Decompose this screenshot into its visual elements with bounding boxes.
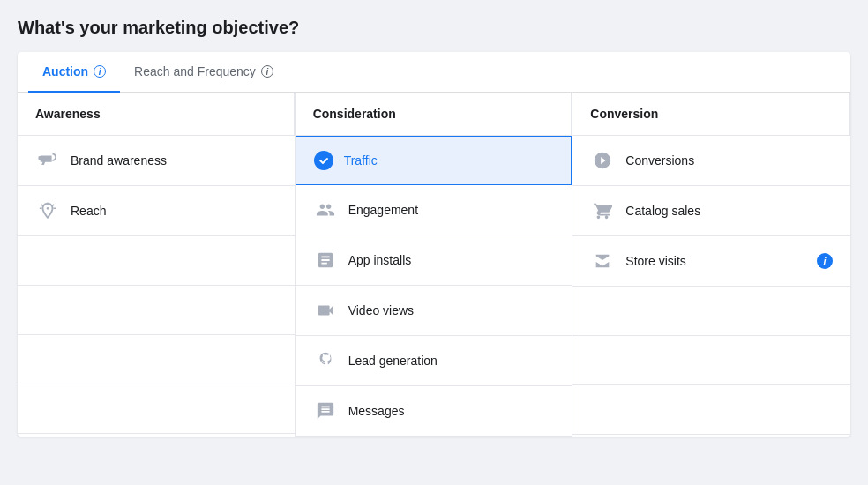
megaphone-icon	[35, 148, 60, 173]
col-consideration-header: Consideration	[296, 93, 572, 136]
awareness-empty-2	[18, 286, 295, 335]
item-messages[interactable]: Messages	[296, 386, 572, 436]
conversion-empty-2	[572, 336, 850, 385]
svg-line-4	[52, 205, 54, 206]
tab-auction-info-icon: i	[94, 65, 106, 78]
item-catalog-sales-label: Catalog sales	[625, 204, 700, 218]
conversions-icon	[590, 148, 615, 173]
tab-auction[interactable]: Auction i	[28, 52, 120, 93]
item-video-views[interactable]: Video views	[296, 286, 572, 336]
tab-bar: Auction i Reach and Frequency i	[18, 52, 850, 93]
tab-reach-frequency-info-icon: i	[261, 65, 273, 78]
col-awareness-header: Awareness	[18, 93, 295, 136]
video-views-icon	[313, 298, 338, 323]
lead-generation-icon	[313, 348, 338, 373]
awareness-empty-3	[18, 335, 295, 384]
item-app-installs-label: App installs	[348, 253, 412, 267]
item-conversions-label: Conversions	[625, 153, 694, 168]
page-container: What's your marketing objective? Auction…	[18, 18, 850, 436]
tab-reach-frequency-label: Reach and Frequency	[134, 64, 256, 78]
item-app-installs[interactable]: App installs	[296, 235, 572, 286]
page-title: What's your marketing objective?	[18, 18, 850, 38]
reach-icon	[35, 198, 60, 223]
item-reach-label: Reach	[71, 204, 106, 218]
item-traffic[interactable]: Traffic	[296, 136, 572, 185]
conversion-empty-3	[572, 385, 850, 435]
awareness-empty-1	[18, 236, 295, 286]
item-store-visits[interactable]: Store visits i	[572, 236, 850, 287]
traffic-check-icon	[314, 151, 333, 170]
tab-reach-frequency[interactable]: Reach and Frequency i	[120, 52, 288, 93]
item-engagement-label: Engagement	[348, 203, 418, 217]
col-awareness: Awareness Brand awareness	[18, 93, 296, 436]
main-card: Auction i Reach and Frequency i Awarenes…	[18, 52, 850, 436]
awareness-empty-4	[18, 384, 295, 434]
catalog-sales-icon	[590, 198, 615, 223]
item-conversions[interactable]: Conversions	[572, 136, 850, 186]
item-video-views-label: Video views	[348, 303, 414, 317]
item-reach[interactable]: Reach	[18, 186, 295, 236]
item-traffic-label: Traffic	[344, 153, 378, 168]
item-engagement[interactable]: Engagement	[296, 185, 572, 235]
store-visits-icon	[590, 249, 615, 273]
store-visits-info-badge[interactable]: i	[817, 253, 833, 269]
item-brand-awareness[interactable]: Brand awareness	[18, 136, 295, 186]
item-brand-awareness-label: Brand awareness	[71, 153, 167, 168]
col-consideration: Consideration Traffic	[296, 93, 573, 436]
item-catalog-sales[interactable]: Catalog sales	[572, 186, 850, 236]
item-store-visits-label: Store visits	[625, 254, 685, 268]
svg-line-3	[41, 205, 43, 206]
col-conversion: Conversion Conversions	[572, 93, 850, 436]
item-lead-generation[interactable]: Lead generation	[296, 336, 572, 386]
messages-icon	[313, 399, 338, 423]
col-conversion-header: Conversion	[572, 93, 850, 136]
conversion-empty-1	[572, 287, 850, 336]
app-installs-icon	[313, 248, 338, 272]
tab-auction-label: Auction	[42, 64, 88, 78]
engagement-icon	[313, 198, 338, 222]
item-messages-label: Messages	[348, 404, 405, 418]
objectives-grid: Awareness Brand awareness	[18, 93, 850, 436]
item-lead-generation-label: Lead generation	[348, 354, 438, 368]
